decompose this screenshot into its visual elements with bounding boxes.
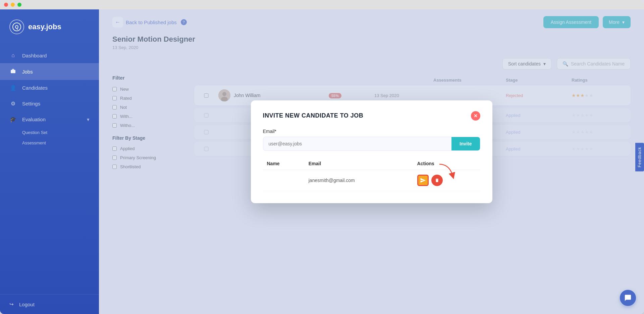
evaluation-icon: 🎓 — [9, 116, 17, 123]
invite-col-email: Email — [305, 158, 413, 170]
logout-label: Logout — [19, 302, 35, 307]
modal-overlay[interactable]: INVITE NEW CANDIDATE TO JOB ✕ Email* Inv… — [99, 9, 644, 314]
invite-modal: INVITE NEW CANDIDATE TO JOB ✕ Email* Inv… — [251, 100, 492, 203]
email-input-row: Invite — [263, 137, 480, 151]
sidebar-item-jobs[interactable]: Jobs — [0, 63, 99, 80]
actions-cell-wrapper — [417, 175, 476, 186]
logo: Q easy.jobs — [0, 9, 99, 48]
invite-button[interactable]: Invite — [451, 137, 480, 150]
sidebar-submenu-evaluation: Question Set Assessment — [0, 127, 99, 148]
main-content: ← Back to Published jobs ? Assign Assess… — [99, 9, 644, 314]
settings-icon: ⚙ — [9, 100, 17, 107]
home-icon: ⌂ — [9, 52, 17, 58]
invite-actions-0 — [413, 170, 480, 191]
invite-candidates-table: Name Email Actions janesmith@gmail.com — [263, 158, 480, 191]
sidebar-label-jobs: Jobs — [22, 69, 33, 75]
sidebar: Q easy.jobs ⌂ Dashboard — [0, 9, 99, 314]
sidebar-item-candidates[interactable]: 👤 Candidates — [0, 80, 99, 96]
sidebar-nav: ⌂ Dashboard Jobs 👤 Candidates — [0, 48, 99, 294]
invite-table-row-0: janesmith@gmail.com — [263, 170, 480, 191]
sidebar-item-settings[interactable]: ⚙ Settings — [0, 96, 99, 111]
sidebar-label-candidates: Candidates — [22, 85, 48, 91]
modal-header: INVITE NEW CANDIDATE TO JOB ✕ — [263, 111, 480, 121]
invite-col-name: Name — [263, 158, 305, 170]
minimize-btn[interactable] — [11, 3, 15, 7]
logout-icon: ↪ — [9, 301, 14, 307]
sidebar-item-evaluation[interactable]: 🎓 Evaluation ▾ — [0, 111, 99, 127]
jobs-icon — [9, 68, 17, 75]
maximize-btn[interactable] — [17, 3, 21, 7]
logo-text: easy.jobs — [28, 23, 61, 31]
sidebar-label-settings: Settings — [22, 101, 40, 106]
invite-actions-cell — [417, 175, 476, 186]
svg-rect-3 — [12, 69, 14, 70]
send-invite-button[interactable] — [417, 175, 429, 186]
sidebar-label-evaluation: Evaluation — [22, 117, 46, 122]
logo-icon: Q — [9, 19, 24, 34]
chevron-down-icon: ▾ — [87, 117, 90, 123]
candidates-icon: 👤 — [9, 85, 17, 91]
feedback-button[interactable]: Feedback — [635, 143, 644, 171]
chat-button[interactable] — [620, 290, 636, 306]
invite-name-0 — [263, 170, 305, 191]
modal-close-button[interactable]: ✕ — [471, 111, 480, 121]
email-label: Email* — [263, 129, 480, 134]
sidebar-label-dashboard: Dashboard — [22, 53, 47, 58]
logout-button[interactable]: ↪ Logout — [0, 294, 99, 314]
svg-rect-2 — [11, 70, 15, 73]
invite-email-0: janesmith@gmail.com — [305, 170, 413, 191]
title-bar — [0, 0, 644, 9]
invite-col-actions: Actions — [413, 158, 480, 170]
delete-invite-button[interactable] — [431, 175, 443, 186]
sidebar-item-dashboard[interactable]: ⌂ Dashboard — [0, 48, 99, 63]
sidebar-subitem-questionset[interactable]: Question Set — [22, 127, 99, 138]
modal-title: INVITE NEW CANDIDATE TO JOB — [263, 112, 364, 119]
email-input[interactable] — [263, 137, 451, 150]
close-btn[interactable] — [4, 3, 8, 7]
sidebar-subitem-assessment[interactable]: Assessment — [22, 138, 99, 148]
svg-text:Q: Q — [15, 24, 19, 30]
